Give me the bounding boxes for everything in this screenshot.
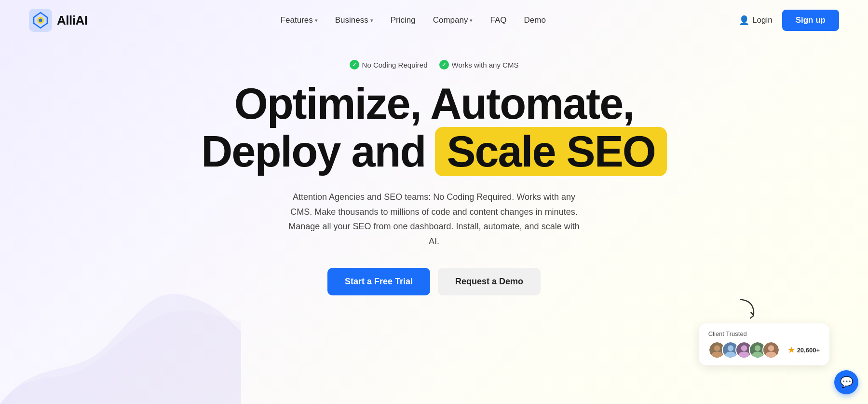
social-proof-card: Client Trusted ★ 20, <box>699 323 829 365</box>
svg-point-7 <box>727 345 733 351</box>
svg-point-5 <box>714 345 719 351</box>
user-icon: 👤 <box>739 15 749 26</box>
badge-any-cms: ✓ Works with any CMS <box>439 60 519 70</box>
chat-icon: 💬 <box>840 376 853 389</box>
avatar-group <box>708 341 780 359</box>
nav-item-company[interactable]: Company ▾ <box>433 15 473 25</box>
logo[interactable]: AlliAI <box>29 9 87 32</box>
star-icon: ★ <box>787 345 795 355</box>
nav-item-business[interactable]: Business ▾ <box>335 15 373 25</box>
rating-count: 20,600+ <box>797 347 820 354</box>
nav-item-faq[interactable]: FAQ <box>490 15 506 25</box>
navbar: AlliAI Features ▾ Business ▾ Pricing Com… <box>0 0 868 41</box>
client-trusted-label: Client Trusted <box>708 330 747 337</box>
nav-item-features[interactable]: Features ▾ <box>281 15 318 25</box>
hero-badges: ✓ No Coding Required ✓ Works with any CM… <box>350 60 519 70</box>
request-demo-button[interactable]: Request a Demo <box>438 268 541 295</box>
signup-button[interactable]: Sign up <box>782 10 839 31</box>
badge-no-coding: ✓ No Coding Required <box>350 60 428 70</box>
logo-icon <box>29 9 52 32</box>
hero-section: ✓ No Coding Required ✓ Works with any CM… <box>0 41 868 295</box>
check-icon: ✓ <box>350 60 359 70</box>
star-rating: ★ 20,600+ <box>787 345 820 355</box>
nav-actions: 👤 Login Sign up <box>739 10 839 31</box>
hero-subtitle: Attention Agencies and SEO teams: No Cod… <box>285 190 583 249</box>
nav-item-demo[interactable]: Demo <box>524 15 545 25</box>
nav-item-pricing[interactable]: Pricing <box>391 15 416 25</box>
svg-point-9 <box>741 345 746 351</box>
svg-point-13 <box>768 345 773 351</box>
svg-point-11 <box>754 345 760 351</box>
svg-point-3 <box>39 19 42 22</box>
nav-links: Features ▾ Business ▾ Pricing Company ▾ … <box>281 15 546 25</box>
start-trial-button[interactable]: Start a Free Trial <box>327 268 430 295</box>
hero-title: Optimize, Automate, Deploy and Scale SEO <box>201 81 666 176</box>
logo-text: AlliAI <box>57 13 87 28</box>
chevron-down-icon: ▾ <box>315 17 318 24</box>
login-button[interactable]: 👤 Login <box>739 15 773 26</box>
chevron-down-icon: ▾ <box>470 17 473 24</box>
hero-cta-buttons: Start a Free Trial Request a Demo <box>327 268 541 295</box>
avatars-row: ★ 20,600+ <box>708 341 820 359</box>
fab-button[interactable]: 💬 <box>834 370 858 394</box>
chevron-down-icon: ▾ <box>370 17 373 24</box>
arrow-decoration <box>730 293 765 328</box>
hero-highlight: Scale SEO <box>435 127 666 177</box>
check-icon: ✓ <box>439 60 449 70</box>
avatar <box>762 341 780 359</box>
